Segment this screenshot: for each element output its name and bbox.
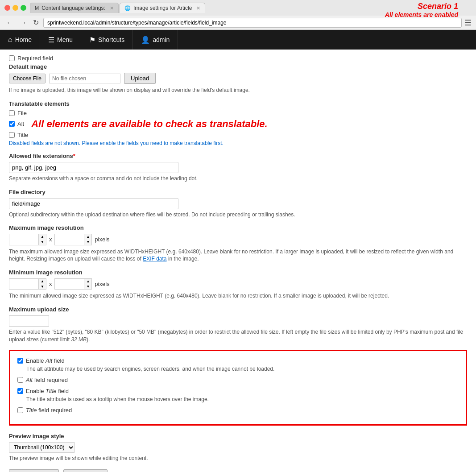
extensions-input[interactable]	[9, 162, 178, 173]
nav-menu[interactable]: ☰ Menu	[40, 30, 81, 50]
required-field-checkbox[interactable]	[9, 55, 15, 61]
tab-image-settings[interactable]: 🌐 Image settings for Article ✕	[120, 3, 205, 13]
upload-button[interactable]: Upload	[124, 73, 156, 84]
default-image-label: Default image	[9, 63, 467, 70]
enable-title-row: Enable Title field The title attribute i…	[17, 388, 459, 402]
min-pixels-label: pixels	[95, 281, 109, 287]
address-input[interactable]	[43, 18, 462, 28]
preview-style-section: Preview image style Thumbnail (100x100) …	[9, 433, 467, 462]
max-width-input[interactable]	[9, 235, 38, 244]
forward-button[interactable]: →	[18, 18, 29, 28]
enable-alt-row: Enable Alt field The alt attribute may b…	[17, 357, 459, 372]
max-resolution-row: ▲ ▼ x ▲ ▼ pixels	[9, 234, 467, 245]
max-width-up[interactable]: ▲	[39, 234, 46, 240]
max-height-up[interactable]: ▲	[84, 234, 91, 240]
upload-help-text: If no image is uploaded, this image will…	[9, 87, 467, 94]
enable-alt-label: Enable Alt field	[26, 357, 65, 364]
min-resolution-row: ▲ ▼ x ▲ ▼ pixels	[9, 278, 467, 290]
max-resolution-help: The maximum allowed image size expressed…	[9, 248, 467, 263]
min-height-input[interactable]	[55, 280, 84, 289]
title-checkbox-label: Title	[17, 132, 28, 138]
exif-link[interactable]: EXIF data	[143, 256, 166, 262]
max-upload-input[interactable]	[9, 315, 49, 327]
scenario-label: Scenario 1 All elements are enabled	[385, 2, 458, 18]
user-icon: 👤	[141, 36, 150, 44]
file-directory-input[interactable]	[9, 198, 178, 209]
min-width-input[interactable]	[9, 280, 38, 289]
delete-field-button[interactable]: Delete field	[63, 469, 108, 472]
required-field-label: Required field	[17, 55, 53, 62]
browser-chrome: M Content language settings: ✕ 🌐 Image s…	[0, 0, 476, 30]
enable-title-checkbox[interactable]	[17, 388, 23, 394]
alt-checkbox-row: Alt All elements are available to check …	[9, 118, 467, 130]
max-height-input[interactable]	[55, 235, 84, 244]
window-controls	[4, 5, 26, 11]
choose-file-button[interactable]: Choose File	[9, 74, 46, 83]
preview-style-select[interactable]: Thumbnail (100x100)	[9, 442, 75, 453]
max-width-down[interactable]: ▼	[39, 240, 46, 245]
max-upload-help: Enter a value like "512" (bytes), "80 KB…	[9, 328, 467, 344]
refresh-button[interactable]: ↻	[31, 17, 41, 28]
alt-checkbox[interactable]	[9, 121, 15, 127]
disabled-fields-text: Disabled fields are not shown. Please en…	[9, 140, 467, 146]
minimize-window-button[interactable]	[12, 5, 18, 11]
title-required-label: Title field required	[26, 407, 72, 414]
default-image-section: Default image Choose File No file chosen…	[9, 63, 467, 94]
nav-home[interactable]: ⌂ Home	[0, 30, 40, 50]
action-buttons-row: Save settings Delete field	[9, 469, 467, 472]
max-upload-section: Maximum upload size Enter a value like "…	[9, 306, 467, 344]
max-height-down[interactable]: ▼	[84, 240, 91, 245]
tab-gmail-close[interactable]: ✕	[110, 5, 114, 11]
file-checkbox[interactable]	[9, 110, 15, 116]
maximize-window-button[interactable]	[21, 5, 26, 11]
min-height-down[interactable]: ▼	[84, 284, 91, 290]
file-checkbox-row: File	[9, 110, 467, 116]
required-field-row: Required field	[9, 55, 467, 62]
main-content: Required field Default image Choose File…	[0, 50, 476, 472]
max-upload-label: Maximum upload size	[9, 306, 467, 313]
nav-shortcuts[interactable]: ⚑ Shortcuts	[81, 30, 133, 50]
close-window-button[interactable]	[4, 5, 10, 11]
alt-required-label: Alt field required	[26, 377, 68, 383]
tab-gmail[interactable]: M Content language settings: ✕	[30, 3, 119, 13]
enable-alt-help: The alt attribute may be used by search …	[26, 366, 459, 372]
max-width-spinner: ▲ ▼	[9, 234, 46, 245]
back-button[interactable]: ←	[4, 18, 15, 28]
file-checkbox-label: File	[17, 110, 27, 116]
max-height-spinner: ▲ ▼	[54, 234, 92, 245]
nav-admin[interactable]: 👤 admin	[133, 30, 178, 50]
nav-menu-label: Menu	[57, 36, 73, 43]
min-width-spinner: ▲ ▼	[9, 278, 46, 290]
bookmark-icon: ⚑	[89, 36, 95, 44]
resolution-x-separator: x	[49, 236, 52, 243]
title-required-row: Title field required	[17, 407, 459, 414]
save-settings-button[interactable]: Save settings	[9, 469, 59, 472]
alt-required-checkbox[interactable]	[17, 377, 23, 383]
alt-title-section: Enable Alt field The alt attribute may b…	[9, 350, 467, 426]
top-navigation: ⌂ Home ☰ Menu ⚑ Shortcuts 👤 admin	[0, 30, 476, 50]
min-height-spinner: ▲ ▼	[54, 278, 92, 290]
min-resolution-help: The minimum allowed image size expressed…	[9, 292, 467, 300]
min-height-arrows: ▲ ▼	[84, 279, 91, 289]
translatable-section: Translatable elements File Alt All eleme…	[9, 100, 467, 146]
tab-image-close[interactable]: ✕	[196, 5, 200, 11]
required-star: *	[73, 153, 75, 159]
min-width-down[interactable]: ▼	[39, 284, 46, 290]
min-height-up[interactable]: ▲	[84, 279, 91, 284]
min-width-up[interactable]: ▲	[39, 279, 46, 284]
php-limit: 32 MB	[71, 336, 87, 343]
min-resolution-x-separator: x	[49, 281, 52, 287]
alt-required-checkbox-row: Alt field required	[17, 377, 459, 383]
enable-title-checkbox-row: Enable Title field	[17, 388, 459, 394]
translatable-label: Translatable elements	[9, 100, 467, 107]
title-translatable-checkbox[interactable]	[9, 132, 15, 138]
tab-gmail-label: Content language settings:	[41, 5, 105, 11]
max-width-arrows: ▲ ▼	[38, 234, 46, 244]
scenario-title: Scenario 1	[385, 2, 458, 11]
enable-title-label: Enable Title field	[26, 388, 69, 394]
title-required-checkbox[interactable]	[17, 407, 23, 413]
enable-alt-checkbox[interactable]	[17, 358, 23, 364]
allowed-extensions-section: Allowed file extensions* Separate extens…	[9, 153, 467, 182]
menu-icon[interactable]: ☰	[464, 18, 472, 28]
alt-checkbox-label: Alt	[17, 120, 24, 127]
